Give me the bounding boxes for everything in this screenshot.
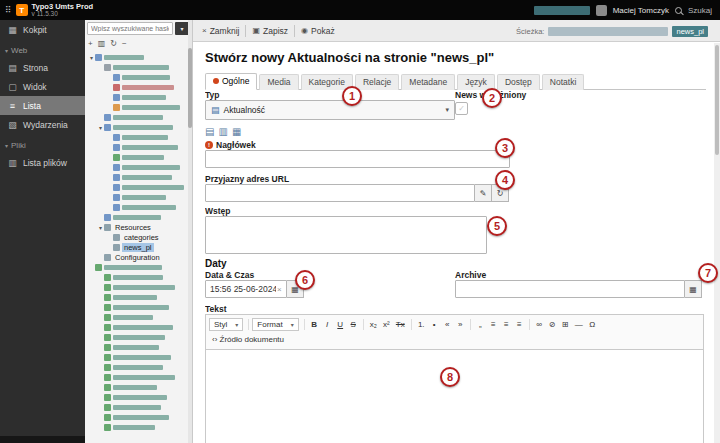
module-item-lista-plikow[interactable]: ▥Lista plików	[0, 153, 85, 172]
align-left-button[interactable]: ≡	[487, 318, 500, 331]
format-dropdown[interactable]: Format▾	[252, 318, 298, 331]
toggle-tree-icon[interactable]: ▥	[98, 39, 106, 49]
pagetree-node-redacted[interactable]	[86, 322, 187, 332]
tab-notatki[interactable]: Notatki	[542, 74, 584, 90]
news-type-article-icon[interactable]: ▤	[205, 126, 214, 137]
pagetree-node-redacted[interactable]	[86, 332, 187, 342]
pagetree-node-redacted[interactable]	[86, 392, 187, 402]
superscript-button[interactable]: x²	[380, 318, 393, 331]
pagetree-search-input[interactable]	[87, 22, 173, 35]
collapse-all-icon[interactable]: −	[122, 39, 127, 49]
apps-grid-icon[interactable]: ⠿	[5, 5, 12, 15]
indent-button[interactable]: »	[454, 318, 467, 331]
bulleted-list-button[interactable]: •	[428, 318, 441, 331]
pagetree-node-redacted[interactable]	[86, 282, 187, 292]
pagetree-node-redacted[interactable]	[86, 92, 187, 102]
view-button[interactable]: ◉Pokaż	[296, 20, 340, 42]
pagetree-node-redacted[interactable]	[86, 192, 187, 202]
pagetree-node-redacted[interactable]	[86, 342, 187, 352]
underline-button[interactable]: U	[334, 318, 347, 331]
pagetree-node-redacted[interactable]	[86, 132, 187, 142]
module-section-web[interactable]: ▾Web	[0, 43, 85, 58]
pagetree-node-redacted[interactable]	[86, 262, 187, 272]
search-label[interactable]: Szukaj	[688, 6, 712, 15]
close-button[interactable]: ×Zamknij	[197, 20, 244, 42]
tab-metadane[interactable]: Metadane	[401, 74, 455, 90]
slug-input[interactable]	[205, 184, 475, 202]
pagetree-node-resources[interactable]: ▾Resources	[86, 222, 187, 232]
pagetree-node-redacted[interactable]	[86, 152, 187, 162]
pagetree-node-redacted[interactable]	[86, 362, 187, 372]
user-menu[interactable]: Maciej Tomczyk	[613, 6, 669, 15]
pagetree-node-redacted[interactable]	[86, 372, 187, 382]
italic-button[interactable]: I	[321, 318, 334, 331]
headline-input[interactable]	[205, 150, 510, 168]
link-button[interactable]: ∞	[533, 318, 546, 331]
type-select[interactable]: ▤ Aktualność ▾	[205, 100, 455, 120]
pagetree-node-redacted[interactable]	[86, 112, 187, 122]
pagetree-node-news-pl[interactable]: news_pl	[86, 242, 187, 252]
align-right-button[interactable]: ≡	[513, 318, 526, 331]
pagetree-node-redacted[interactable]	[86, 292, 187, 302]
teaser-textarea[interactable]	[205, 216, 487, 254]
pagetree-node-redacted[interactable]	[86, 142, 187, 152]
tab-media[interactable]: Media	[259, 74, 298, 90]
pagetree-node-configuration[interactable]: Configuration	[86, 252, 187, 262]
module-section-pliki[interactable]: ▾Pliki	[0, 138, 85, 153]
source-button[interactable]: ‹› Źródło dokumentu	[209, 333, 287, 346]
calendar-icon[interactable]: ▦	[685, 280, 702, 298]
pagetree-node-redacted[interactable]	[86, 422, 187, 432]
blockquote-button[interactable]: „	[474, 318, 487, 331]
module-item-lista[interactable]: ≡Lista	[0, 96, 85, 115]
pagetree-node-redacted[interactable]	[86, 382, 187, 392]
pagetree-node-redacted[interactable]	[86, 72, 187, 82]
pagetree-node-redacted[interactable]	[86, 272, 187, 282]
module-item-strona[interactable]: ▤Strona	[0, 58, 85, 77]
save-button[interactable]: ▣Zapisz	[247, 20, 293, 42]
slug-edit-button[interactable]: ✎	[475, 184, 492, 202]
module-item-wydarzenia[interactable]: ▧Wydarzenia	[0, 115, 85, 134]
align-center-button[interactable]: ≡	[500, 318, 513, 331]
remove-format-button[interactable]: Tx	[393, 318, 408, 331]
numbered-list-button[interactable]: 1.	[415, 318, 428, 331]
hr-button[interactable]: ―	[572, 318, 586, 331]
archive-input[interactable]	[455, 280, 685, 298]
tab-relacje[interactable]: Relacje	[355, 74, 399, 90]
pagetree-node-redacted[interactable]	[86, 302, 187, 312]
pagetree-node-redacted[interactable]	[86, 352, 187, 362]
subscript-button[interactable]: x₂	[367, 318, 380, 331]
pagetree-node-categories[interactable]: categories	[86, 232, 187, 242]
pagetree-node-redacted[interactable]	[86, 82, 187, 92]
module-item-kokpit[interactable]: ▦Kokpit	[0, 20, 85, 39]
pagetree-node-redacted[interactable]	[86, 182, 187, 192]
tab-ogolne[interactable]: Ogólne	[205, 73, 257, 90]
chevron-expand-icon[interactable]: ▾	[88, 54, 95, 61]
pagetree-node-redacted[interactable]	[86, 212, 187, 222]
module-item-widok[interactable]: ▢Widok	[0, 77, 85, 96]
pagetree-node-redacted[interactable]	[86, 412, 187, 422]
pagetree-node-redacted[interactable]: ▾	[86, 122, 187, 132]
refresh-icon[interactable]: ↻	[110, 39, 117, 49]
datetime-input[interactable]	[205, 280, 287, 298]
breadcrumb-current-page[interactable]: news_pl	[672, 26, 708, 37]
pagetree-node-redacted[interactable]	[86, 102, 187, 112]
pagetree-node-redacted[interactable]	[86, 162, 187, 172]
style-dropdown[interactable]: Styl▾	[209, 318, 243, 331]
pagetree-node-redacted[interactable]	[86, 172, 187, 182]
news-type-external-icon[interactable]: ▦	[232, 126, 241, 137]
pagetree-node-redacted[interactable]	[86, 202, 187, 212]
strikethrough-button[interactable]: S	[347, 318, 360, 331]
pagetree-node-redacted[interactable]	[86, 62, 187, 72]
table-button[interactable]: ⊞	[559, 318, 572, 331]
outdent-button[interactable]: «	[441, 318, 454, 331]
new-page-icon[interactable]: +	[88, 39, 93, 49]
pagetree-node-redacted[interactable]	[86, 312, 187, 322]
featured-checkbox[interactable]: ✓	[455, 102, 468, 115]
unlink-button[interactable]: ⊘	[546, 318, 559, 331]
bold-button[interactable]: B	[308, 318, 321, 331]
pagetree-scrollbar[interactable]	[188, 20, 192, 443]
chevron-expand-icon[interactable]: ▾	[97, 124, 104, 131]
filter-icon[interactable]: ▾	[175, 22, 189, 35]
clear-icon[interactable]: ×	[277, 285, 282, 294]
rte-editing-area[interactable]	[205, 350, 704, 443]
